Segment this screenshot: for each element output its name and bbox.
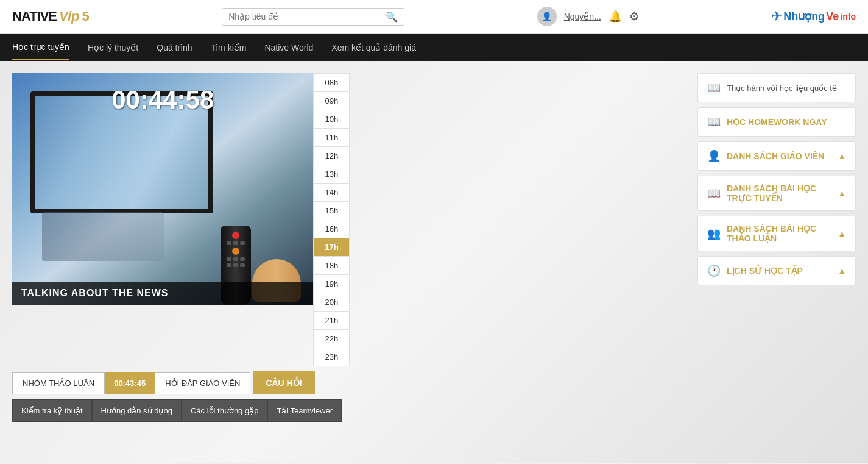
subtitle-text: TALKING ABOUT THE NEWS [21, 288, 169, 298]
loi-thuong-gap-button[interactable]: Các lỗi thường gặp [182, 399, 268, 422]
time-item-13h[interactable]: 13h [313, 165, 350, 183]
teacher-icon-2: 👥 [707, 227, 721, 240]
time-item-23h[interactable]: 23h [313, 348, 350, 366]
remote-btn-s3 [240, 241, 245, 245]
sidebar-card-left-5: 👥 DANH SÁCH BÀI HỌC THẢO LUẬN [707, 224, 838, 243]
header: NATIVE Vip 5 🔍 👤 Nguyễn... 🔔 ⚙ ✈ Nhượng … [0, 0, 868, 34]
action-row-2: Kiểm tra kỹ thuật Hướng dẫn sử dụng Các … [12, 399, 350, 422]
spacer-center [362, 73, 685, 451]
remote-btn-s8 [233, 263, 238, 267]
sidebar-lich-su[interactable]: 🕐 LỊCH SỬ HỌC TẬP ▲ [697, 256, 856, 285]
brand-top-right: ✈ Nhượng Ve info [771, 9, 856, 24]
header-right: 👤 Nguyễn... 🔔 ⚙ [537, 7, 639, 26]
sidebar-card-left-6: 🕐 LỊCH SỬ HỌC TẬP [707, 264, 803, 277]
time-item-11h[interactable]: 11h [313, 128, 350, 146]
user-name: Nguyễn... [564, 12, 601, 21]
book-icon-3: 📖 [707, 187, 721, 200]
time-item-22h[interactable]: 22h [313, 329, 350, 348]
teacher-icon-1: 👤 [707, 149, 721, 163]
logo-vip-text: Vip [59, 9, 79, 24]
remote-btn-s1 [227, 241, 231, 245]
book-icon-2: 📖 [707, 115, 721, 129]
cau-hoi-button[interactable]: CÂU HỎI [253, 371, 314, 394]
remote-btn-s2 [233, 241, 238, 245]
remote-btn-s9 [240, 263, 245, 267]
avatar: 👤 [537, 7, 557, 26]
time-item-14h[interactable]: 14h [313, 183, 350, 201]
time-item-08h[interactable]: 08h [313, 73, 350, 91]
sidebar-lich-su-label: LỊCH SỬ HỌC TẬP [727, 266, 803, 276]
clock-icon: 🕐 [707, 264, 721, 277]
remote-btn-s6 [240, 257, 245, 261]
sidebar-card-left-4: 📖 DANH SÁCH BÀI HỌC TRỰC TUYẾN [707, 184, 838, 203]
bg-people [42, 212, 164, 261]
search-input[interactable] [228, 12, 386, 21]
action-row-1: NHÓM THẢO LUẬN 00:43:45 HỎI ĐÁP GIÁO VIÊ… [12, 371, 350, 394]
nhom-thao-luan-button[interactable]: NHÓM THẢO LUẬN [12, 372, 105, 394]
time-item-18h[interactable]: 18h [313, 256, 350, 274]
sidebar-card-left-3: 👤 DANH SÁCH GIÁO VIÊN [707, 149, 824, 163]
tai-teamviewer-button[interactable]: Tải Teamviewer [267, 399, 342, 422]
sidebar-homework-label: HỌC HOMEWORK NGAY [727, 117, 827, 127]
sidebar-thuc-hanh-label: Thực hành với học liệu quốc tế [727, 84, 837, 93]
main-nav: Học trực tuyến Học lý thuyết Quá trình T… [0, 34, 868, 61]
time-item-21h[interactable]: 21h [313, 311, 350, 329]
bell-icon[interactable]: 🔔 [609, 10, 622, 23]
remote-btn-red [232, 232, 239, 239]
main-container: 00:44:58 [0, 61, 868, 463]
brand-ve: Ve [826, 10, 839, 23]
sidebar-bai-hoc-truc-tuyen[interactable]: 📖 DANH SÁCH BÀI HỌC TRỰC TUYẾN ▲ [697, 176, 856, 211]
remote-btn-s7 [227, 263, 231, 267]
book-icon-1: 📖 [707, 81, 721, 95]
chevron-up-icon-3: ▲ [838, 229, 846, 238]
right-sidebar: 📖 Thực hành với học liệu quốc tế 📖 HỌC H… [697, 73, 856, 451]
sidebar-thuc-hanh[interactable]: 📖 Thực hành với học liệu quốc tế [697, 73, 856, 102]
sidebar-card-left-1: 📖 Thực hành với học liệu quốc tế [707, 81, 837, 95]
time-item-09h[interactable]: 09h [313, 91, 350, 110]
nav-item-hoc-ly-thuyet[interactable]: Học lý thuyết [88, 35, 138, 60]
nav-item-hoc-truc-tuyen[interactable]: Học trực tuyến [12, 35, 69, 60]
time-item-17h[interactable]: 17h [313, 238, 350, 256]
brand-info: info [840, 12, 856, 21]
time-item-16h[interactable]: 16h [313, 220, 350, 238]
hoi-dap-giao-vien-button[interactable]: HỎI ĐÁP GIÁO VIÊN [155, 372, 250, 394]
sidebar-giao-vien[interactable]: 👤 DANH SÁCH GIÁO VIÊN ▲ [697, 141, 856, 171]
sidebar-giao-vien-label: DANH SÁCH GIÁO VIÊN [727, 151, 824, 161]
sidebar-card-left-2: 📖 HỌC HOMEWORK NGAY [707, 115, 827, 129]
remote-btn-s5 [233, 257, 238, 261]
search-button[interactable]: 🔍 [386, 11, 398, 23]
remote-btn-orange [232, 248, 239, 255]
sidebar-thao-luan-label: DANH SÁCH BÀI HỌC THẢO LUẬN [727, 224, 838, 243]
huong-dan-su-dung-button[interactable]: Hướng dẫn sử dụng [92, 399, 182, 422]
time-item-12h[interactable]: 12h [313, 146, 350, 165]
brand-nhuong: Nhượng [783, 10, 825, 23]
kiem-tra-ky-thuat-button[interactable]: Kiểm tra kỹ thuật [12, 399, 92, 422]
nav-item-tim-kiem[interactable]: Tìm kiếm [211, 35, 247, 60]
sidebar-homework[interactable]: 📖 HỌC HOMEWORK NGAY [697, 107, 856, 137]
video-time-row: 00:44:58 [12, 73, 350, 366]
search-bar: 🔍 [222, 8, 404, 26]
time-list: 08h 09h 10h 11h 12h 13h 14h 15h 16h 17h … [313, 73, 350, 366]
nav-item-xem-ket-qua[interactable]: Xem kết quả đánh giá [331, 35, 416, 60]
time-item-20h[interactable]: 20h [313, 293, 350, 311]
time-item-10h[interactable]: 10h [313, 110, 350, 128]
chevron-up-icon-1: ▲ [838, 151, 846, 161]
countdown-timer: 00:43:45 [105, 372, 155, 394]
sidebar-bai-hoc-thao-luan[interactable]: 👥 DANH SÁCH BÀI HỌC THẢO LUẬN ▲ [697, 216, 856, 251]
chevron-up-icon-4: ▲ [838, 266, 846, 276]
subtitle-bar: TALKING ABOUT THE NEWS [12, 282, 313, 305]
gear-icon[interactable]: ⚙ [629, 10, 639, 23]
time-item-19h[interactable]: 19h [313, 274, 350, 293]
video-timer: 00:44:58 [111, 85, 214, 115]
remote-btn-s4 [227, 257, 231, 261]
nav-item-native-world[interactable]: Native World [264, 35, 313, 60]
video-panel: 00:44:58 [12, 73, 350, 451]
sidebar-bai-hoc-label: DANH SÁCH BÀI HỌC TRỰC TUYẾN [727, 184, 838, 203]
video-wrapper: 00:44:58 [12, 73, 313, 305]
logo-native-text: NATIVE [12, 9, 57, 24]
chevron-up-icon-2: ▲ [838, 188, 846, 198]
time-item-15h[interactable]: 15h [313, 201, 350, 220]
nav-item-qua-trinh[interactable]: Quá trình [157, 35, 192, 60]
logo: NATIVE Vip 5 [12, 9, 90, 24]
logo-num-text: 5 [82, 9, 89, 24]
